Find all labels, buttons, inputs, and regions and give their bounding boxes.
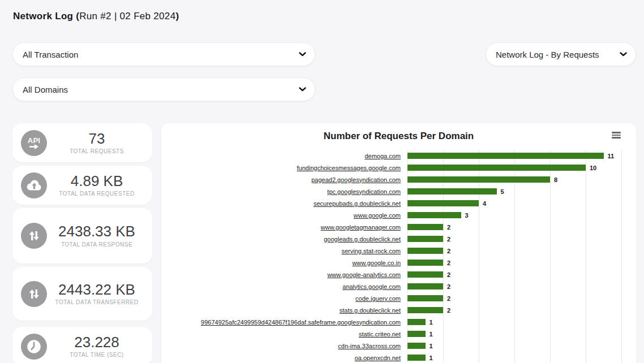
bar-value-label: 2 <box>447 260 450 266</box>
cloud-upload-icon <box>21 172 47 198</box>
bar-value-label: 4 <box>483 200 486 207</box>
chart-row: demoga.com11 <box>161 150 636 162</box>
stat-label: TOTAL DATA TRANSFERRED <box>50 299 143 305</box>
domain-label-link[interactable]: fundingchoicesmessages.google.com <box>161 165 407 171</box>
bar[interactable] <box>407 271 443 278</box>
stat-label: TOTAL TIME (SEC) <box>50 352 143 358</box>
domain-label-link[interactable]: www.google.com <box>161 212 407 219</box>
bar-value-label: 1 <box>430 319 433 326</box>
chart-row: 99674925afc2499959d424867f196daf.safefra… <box>161 316 636 328</box>
bar[interactable] <box>407 224 443 230</box>
domain-label-link[interactable]: www.googletagmanager.com <box>161 224 407 231</box>
bar[interactable] <box>407 236 443 242</box>
chart-row: serving.stat-rock.com2 <box>161 245 636 257</box>
view-filter-select[interactable]: Network Log - By Requests <box>486 43 636 66</box>
stat-card-data-response: 2438.33 KB TOTAL DATA RESPONSE <box>12 208 152 263</box>
chart-row: cdn-ima.33across.com1 <box>161 340 636 352</box>
bar[interactable] <box>407 307 443 313</box>
api-icon: API <box>21 130 47 156</box>
bar-value-label: 2 <box>447 283 450 290</box>
domain-label-link[interactable]: www.google-analytics.com <box>161 271 407 278</box>
stat-card-data-transferred: 2443.22 KB TOTAL DATA TRANSFERRED <box>12 267 152 321</box>
bar[interactable] <box>407 165 586 171</box>
chart-row: tpc.googlesyndication.com5 <box>161 185 636 197</box>
bar[interactable] <box>407 295 443 301</box>
bar-value-label: 10 <box>590 165 596 171</box>
bar[interactable] <box>407 331 426 337</box>
transfer-icon <box>21 223 47 249</box>
stat-value: 2443.22 KB <box>50 282 143 297</box>
domains-filter-select[interactable]: All Domains <box>13 78 315 101</box>
bar[interactable] <box>407 188 497 195</box>
bar[interactable] <box>407 343 426 349</box>
chart-plot: demoga.com11fundingchoicesmessages.googl… <box>161 150 636 363</box>
domain-label-link[interactable]: securepubads.g.doubleclick.net <box>161 200 407 207</box>
stat-value: 4.89 KB <box>50 174 143 189</box>
domain-label-link[interactable]: googleads.g.doubleclick.net <box>161 236 407 243</box>
requests-per-domain-chart: Number of Requests Per Domain demoga.com… <box>161 123 636 363</box>
domain-label-link[interactable]: cdn-ima.33across.com <box>161 343 407 349</box>
domain-label-link[interactable]: analytics.google.com <box>161 283 407 290</box>
transfer-icon <box>21 281 47 307</box>
bar[interactable] <box>407 153 604 159</box>
chart-row: oa.openxcdn.net1 <box>161 352 636 363</box>
domain-label-link[interactable]: tpc.googlesyndication.com <box>161 188 407 195</box>
domain-label-link[interactable]: 99674925afc2499959d424867f196daf.safefra… <box>161 319 407 326</box>
bar-value-label: 2 <box>447 295 450 302</box>
bar-value-label: 2 <box>447 307 450 314</box>
domain-label-link[interactable]: code.jquery.com <box>161 295 407 302</box>
stat-label: TOTAL DATA RESPONSE <box>50 241 143 248</box>
page-title-bold: Network Log ( <box>13 11 79 21</box>
bar[interactable] <box>407 212 461 218</box>
bar[interactable] <box>407 176 550 183</box>
chart-title: Number of Requests Per Domain <box>161 131 636 142</box>
bar[interactable] <box>407 260 443 266</box>
bar[interactable] <box>407 283 443 289</box>
stat-value: 23.228 <box>50 335 143 350</box>
chart-row: fundingchoicesmessages.google.com10 <box>161 162 636 174</box>
bar-value-label: 2 <box>447 236 450 243</box>
bar-value-label: 11 <box>608 153 615 159</box>
page-title: Network Log (Run #2 | 02 Feb 2024) <box>13 11 179 22</box>
bar[interactable] <box>407 200 479 206</box>
chart-row: static.criteo.net1 <box>161 328 636 340</box>
domain-label-link[interactable]: pagead2.googlesyndication.com <box>161 176 407 183</box>
view-filter: Network Log - By Requests <box>486 42 636 66</box>
chart-row: pagead2.googlesyndication.com8 <box>161 174 636 185</box>
clock-icon <box>21 334 47 360</box>
stat-label: TOTAL REQUESTS <box>50 148 143 154</box>
bar-value-label: 1 <box>430 343 433 349</box>
bar[interactable] <box>407 319 426 325</box>
stat-card-total-requests: API 73 TOTAL REQUESTS <box>12 123 152 162</box>
bar-value-label: 2 <box>447 271 450 278</box>
domain-label-link[interactable]: demoga.com <box>161 153 407 159</box>
bar-value-label: 2 <box>447 248 450 254</box>
bar[interactable] <box>407 355 426 361</box>
chart-row: www.google-analytics.com2 <box>161 269 636 280</box>
chart-row: securepubads.g.doubleclick.net4 <box>161 197 636 209</box>
domain-label-link[interactable]: oa.openxcdn.net <box>161 355 407 361</box>
bar-value-label: 1 <box>430 355 433 361</box>
network-log-page: Network Log (Run #2 | 02 Feb 2024) All T… <box>0 0 644 363</box>
stat-label: TOTAL DATA REQUESTED <box>50 191 143 197</box>
stat-card-total-time: 23.228 TOTAL TIME (SEC) <box>12 327 152 363</box>
bar-value-label: 2 <box>447 224 450 231</box>
chart-context-menu-icon[interactable] <box>612 132 621 139</box>
chart-row: googleads.g.doubleclick.net2 <box>161 233 636 245</box>
transaction-filter: All Transaction <box>12 42 315 66</box>
chart-row: code.jquery.com2 <box>161 292 636 304</box>
page-title-run-info: Run #2 | 02 Feb 2024 <box>79 11 175 21</box>
bar-value-label: 3 <box>465 212 469 219</box>
domain-label-link[interactable]: static.criteo.net <box>161 331 407 338</box>
bar[interactable] <box>407 248 443 254</box>
transaction-filter-select[interactable]: All Transaction <box>13 43 315 66</box>
chart-row: www.googletagmanager.com2 <box>161 221 636 233</box>
domain-label-link[interactable]: stats.g.doubleclick.net <box>161 307 407 314</box>
domain-label-link[interactable]: www.google.co.in <box>161 260 407 266</box>
page-title-close: ) <box>175 11 179 21</box>
chart-row: stats.g.doubleclick.net2 <box>161 304 636 316</box>
bar-value-label: 5 <box>501 188 504 195</box>
chart-row: analytics.google.com2 <box>161 280 636 292</box>
domain-label-link[interactable]: serving.stat-rock.com <box>161 248 407 254</box>
stat-value: 2438.33 KB <box>50 224 143 239</box>
